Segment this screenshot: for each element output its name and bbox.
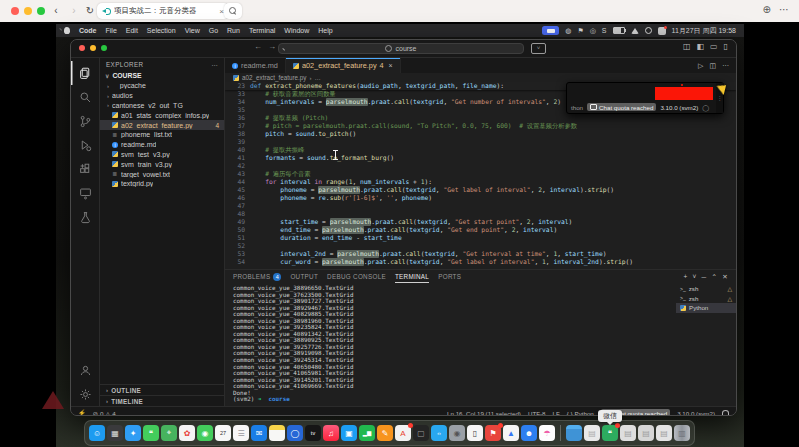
spotlight-icon[interactable] <box>645 27 652 34</box>
dock-item-sphere-app[interactable]: ◉ <box>449 425 465 441</box>
dock-item-pencil-app[interactable]: ✎ <box>377 425 393 441</box>
terminal-session-zsh-0[interactable]: >_zsh△ <box>676 284 736 294</box>
panel-tab-debug-console[interactable]: DEBUG CONSOLE <box>327 270 386 283</box>
browser-share-icon[interactable]: ⊕ <box>763 4 771 15</box>
screen-share-icon[interactable] <box>542 26 559 35</box>
status-icon-1[interactable]: ⚑ <box>577 27 583 35</box>
dock-item-phone-mirroring[interactable]: ▯ <box>467 425 483 441</box>
file-item-svm-train-v3-py[interactable]: svm_train_v3.py <box>100 159 224 169</box>
status-item-python[interactable]: { } Python <box>567 410 594 417</box>
explorer-icon[interactable] <box>71 61 100 85</box>
file-item-svm-test-v3-py[interactable]: svm_test_v3.py <box>100 150 224 160</box>
panel-tab-terminal[interactable]: TERMINAL <box>395 270 429 283</box>
file-item-phoneme-list-txt[interactable]: ≣phoneme_list.txt <box>100 130 224 140</box>
browser-zoom-button[interactable] <box>37 7 45 15</box>
menubar-item-help[interactable]: Help <box>318 27 332 34</box>
history-back-icon[interactable]: ← <box>254 42 262 51</box>
dock-item-downloads-folder[interactable] <box>566 425 582 441</box>
explorer-more-icon[interactable]: ⋯ <box>211 61 218 68</box>
file-item-target-vowel-txt[interactable]: ≣target_vowel.txt <box>100 169 224 179</box>
vscode-zoom-button[interactable] <box>101 45 107 51</box>
panel-tab-ports[interactable]: PORTS <box>438 270 461 283</box>
browser-reload-button[interactable]: ↻ <box>84 3 96 19</box>
run-and-debug-icon[interactable] <box>71 133 100 157</box>
history-forward-icon[interactable]: → <box>268 42 276 51</box>
browser-back-button[interactable]: ‹ <box>50 3 62 19</box>
dock-item-maps[interactable]: ⌖ <box>161 425 177 441</box>
extensions-icon[interactable] <box>71 157 100 181</box>
status-icon-0[interactable]: ◍ <box>565 27 571 35</box>
file-item-a01-stats-complex-infos-py[interactable]: a01_stats_complex_infos.py <box>100 110 224 120</box>
file-item--pycache-[interactable]: ›__pycache__ <box>100 81 224 91</box>
browser-forward-button[interactable]: › <box>68 3 80 19</box>
dock-item-mail[interactable]: ✉ <box>251 425 267 441</box>
menubar-item-code[interactable]: Code <box>79 27 97 34</box>
dock-item-apple-tv[interactable]: tv <box>305 425 321 441</box>
accounts-icon[interactable] <box>71 358 100 382</box>
menubar-item-view[interactable]: View <box>185 27 200 34</box>
command-center-search[interactable]: course <box>278 43 524 54</box>
dock-item-wechat[interactable]: ❝微信 <box>602 425 618 441</box>
menubar-clock[interactable]: 11月27日 周四 19:58 <box>672 26 736 36</box>
terminal-output[interactable]: common_voice_yue_38896650.TextGridcommon… <box>225 283 676 406</box>
apple-menu-icon[interactable] <box>64 27 70 34</box>
file-item-audios[interactable]: ›audios <box>100 91 224 101</box>
dock-item-contacts-app[interactable]: ☻ <box>521 425 537 441</box>
breadcrumb[interactable]: a02_extract_feature.py › … <box>225 73 736 82</box>
file-item-textgrid-py[interactable]: textgrid.py <box>100 179 224 189</box>
layout-toggle-icon-3[interactable]: ▯ <box>724 42 728 51</box>
status-item-ln-16-col-19-11-selected-[interactable]: Ln 16, Col 19 (11 selected) <box>447 410 521 417</box>
workspace-folder-course[interactable]: ∨ COURSE <box>100 70 224 81</box>
dock-item-stats-green[interactable]: ▂▆ <box>359 425 375 441</box>
panel-tab-output[interactable]: OUTPUT <box>290 270 318 283</box>
menubar-item-run[interactable]: Run <box>227 27 240 34</box>
search-icon[interactable] <box>71 85 100 109</box>
dock-item-dark-notes[interactable]: ▢ <box>413 425 429 441</box>
browser-tab[interactable]: 项目实战二：元音分类器 × <box>97 3 229 19</box>
overlay-python-version[interactable]: 3.10.0 (svm2) <box>660 104 698 111</box>
dock-item-red-flag-app[interactable]: ⚑ <box>485 425 501 441</box>
problems-status[interactable]: ⊘ 0 △ 4 <box>93 410 116 417</box>
dock-item-notes[interactable] <box>269 425 285 441</box>
editor-more-icon[interactable]: ⋯ <box>722 62 729 70</box>
input-source-icon[interactable] <box>658 27 666 35</box>
status-item-utf-8[interactable]: UTF-8 <box>528 410 546 417</box>
vscode-minimize-button[interactable] <box>90 45 96 51</box>
settings-gear-icon[interactable] <box>71 382 100 406</box>
layout-toggle-icon-2[interactable]: ▭ <box>710 42 718 51</box>
run-python-file-icon[interactable]: ▷ <box>698 62 703 70</box>
menubar-item-selection[interactable]: Selection <box>147 27 176 34</box>
dock-item-messages[interactable]: ❝ <box>143 425 159 441</box>
menubar-item-edit[interactable]: Edit <box>126 27 138 34</box>
menubar-item-terminal[interactable]: Terminal <box>249 27 275 34</box>
dock-item-safari[interactable]: ✦ <box>125 425 141 441</box>
minimize-panel-icon[interactable]: ─ <box>702 273 707 281</box>
dock-item-window-thumb-2[interactable]: ▤ <box>638 425 654 441</box>
status-item-bell[interactable] <box>722 410 729 416</box>
maximize-panel-icon[interactable]: ⌃ <box>712 273 718 281</box>
dock-item-vscode[interactable]: ‹› <box>431 425 447 441</box>
dock-item-pdf-app[interactable]: A <box>395 425 411 441</box>
status-icon-2[interactable]: ◎ <box>590 27 596 35</box>
browser-more-icon[interactable]: ⋯ <box>779 4 789 15</box>
source-control-icon[interactable] <box>71 109 100 133</box>
menubar-item-go[interactable]: Go <box>209 27 218 34</box>
dock-item-music[interactable]: ♫ <box>323 425 339 441</box>
dock-item-window-thumb-1[interactable]: ▤ <box>620 425 636 441</box>
vscode-close-button[interactable] <box>79 45 85 51</box>
dock-item-trash[interactable]: ▥ <box>674 425 690 441</box>
panel-tab-problems[interactable]: PROBLEMS4 <box>233 270 281 283</box>
dock-item-calendar[interactable]: 27 <box>215 425 231 441</box>
dock-item-window-thumb-3[interactable]: ▤ <box>656 425 672 441</box>
dock-item-ufo-app[interactable]: ☂ <box>539 425 555 441</box>
status-item-lf[interactable]: LF <box>552 410 559 417</box>
file-item-a02-extract-feature-py[interactable]: a02_extract_feature.py4 <box>100 120 224 130</box>
terminal-dropdown-icon[interactable]: ˅ <box>692 273 696 281</box>
outline-section[interactable]: › OUTLINE <box>100 384 224 395</box>
dock-item-reminders[interactable]: ☰ <box>233 425 249 441</box>
timeline-section[interactable]: › TIMELINE <box>100 395 224 406</box>
dock-item-photos[interactable]: ✿ <box>179 425 195 441</box>
dock-item-keynote[interactable]: ▣ <box>341 425 357 441</box>
file-item-readme-md[interactable]: ireadme.md <box>100 140 224 150</box>
browser-search-button[interactable] <box>224 3 242 19</box>
